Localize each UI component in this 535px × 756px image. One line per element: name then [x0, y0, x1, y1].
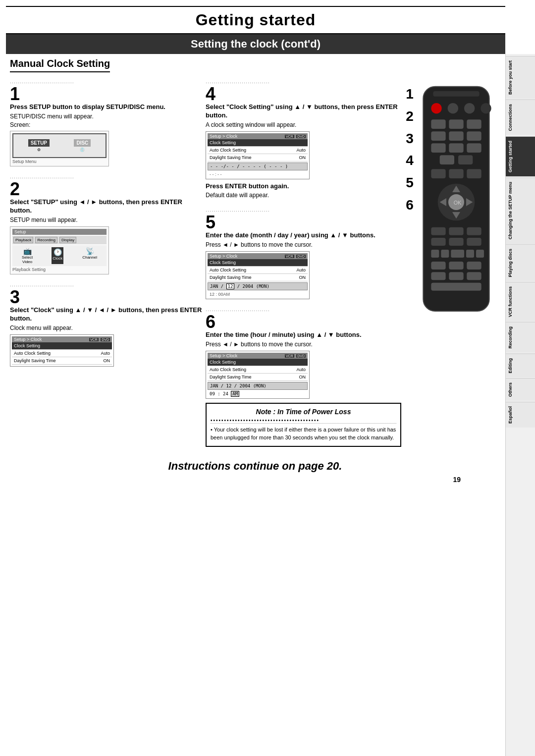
setup-icon-item: SETUP ⚙	[28, 139, 50, 152]
clock-screen4-header: Setup > Clock VCR DVD	[208, 133, 308, 139]
main-content: Manual Clock Setting ...................…	[6, 54, 505, 756]
sidebar-tab-changing: Changing the SETUP menu	[506, 177, 535, 243]
step3-description: Clock menu will appear.	[10, 324, 206, 332]
right-steps-col: ................................ 4 Selec…	[206, 78, 401, 454]
step2-description: SETUP menu will appear.	[10, 216, 206, 224]
sidebar-tab-playing: Playing discs	[506, 244, 535, 281]
remote-illustration: OK	[417, 83, 496, 315]
auto-clock-row6: Auto Clock SettingAuto	[208, 366, 308, 374]
step3-dots: ................................	[10, 281, 206, 287]
sidebar-num-6: 6	[406, 194, 414, 216]
dvd-tag: DVD	[101, 338, 110, 341]
step1-description: SETUP/DISC menu will appear.Screen:	[10, 112, 206, 129]
step5-description: Press ◄ / ► buttons to move the cursor.	[206, 241, 401, 249]
setup-menu-label: Setup Menu	[12, 159, 107, 164]
step-3-block: ................................ 3 Selec…	[10, 281, 206, 367]
note-dots: ••••••••••••••••••••••••••••••••••••••••	[211, 418, 396, 424]
sidebar-num-2: 2	[406, 106, 414, 128]
manual-clock-heading: Manual Clock Setting	[10, 58, 110, 72]
clock-screen5-header: Setup > Clock VCR DVD	[208, 253, 308, 259]
svg-rect-1	[433, 91, 479, 97]
note-title: Note : In Time of Power Loss	[211, 408, 396, 416]
sidebar-num-3: 3	[406, 128, 414, 150]
svg-rect-31	[449, 238, 463, 246]
right-sidebar: Before you start Connections Getting sta…	[505, 54, 535, 756]
sidebar-num-5: 5	[406, 172, 414, 194]
svg-point-2	[431, 103, 441, 113]
svg-rect-15	[439, 155, 454, 164]
clock-setting-row4: Clock Setting	[208, 139, 308, 147]
svg-point-4	[464, 103, 475, 113]
auto-clock-row: Auto Clock SettingAuto	[12, 350, 112, 357]
svg-rect-44	[431, 283, 481, 291]
clock-setting-row6: Clock Setting	[208, 359, 308, 366]
setup-disc-screen: SETUP ⚙ DISC 💿 Setup Menu	[10, 131, 109, 166]
svg-rect-7	[449, 119, 463, 129]
section-banner: Setting the clock (cont'd)	[6, 34, 505, 54]
time-display5: 12 : 00AM	[208, 291, 308, 297]
sidebar-tab-vcr: VCR functions	[506, 282, 535, 321]
svg-rect-40	[467, 262, 481, 270]
sidebar-tab-espanol: Español	[506, 402, 535, 428]
page-wrapper: Getting started Setting the clock (cont'…	[0, 0, 535, 756]
auto-clock-row4: Auto Clock SettingAuto	[208, 147, 308, 154]
svg-rect-12	[431, 143, 445, 153]
svg-rect-18	[449, 169, 463, 178]
sidebar-num-1: 1	[406, 83, 414, 106]
svg-rect-35	[451, 250, 464, 258]
clock-screen-4: Setup > Clock VCR DVD Clock Setting Au	[206, 131, 310, 179]
step4b-description: Default date will appear.	[206, 191, 401, 200]
svg-rect-11	[467, 131, 481, 141]
setup-screen-label: Playback Setting	[12, 267, 107, 272]
step5-dots: ................................	[206, 207, 401, 213]
step5-number: 5	[206, 214, 401, 231]
step4-number: 4	[206, 85, 401, 103]
step-2-block: ................................ 2 Selec…	[10, 173, 206, 274]
dst-row: Daylight Saving TimeON	[12, 357, 112, 365]
svg-rect-19	[467, 169, 481, 178]
clock-screen6-header: Setup > Clock VCR DVD	[208, 353, 308, 359]
svg-rect-28	[449, 227, 463, 235]
svg-rect-16	[458, 155, 473, 164]
step1-dots: ................................	[10, 78, 206, 84]
svg-rect-14	[467, 143, 481, 153]
step-1-block: ................................ 1 Press…	[10, 78, 206, 166]
step-5-block: ................................ 5 Enter…	[206, 207, 401, 299]
svg-rect-36	[466, 250, 474, 258]
svg-rect-30	[431, 238, 445, 246]
dst-row5: Daylight Saving TimeON	[208, 274, 308, 281]
step1-instruction: Press SETUP button to display SETUP/DISC…	[10, 103, 206, 111]
svg-text:OK: OK	[453, 200, 461, 206]
svg-rect-38	[431, 262, 445, 270]
step-6-block: ................................ 6 Enter…	[206, 306, 401, 447]
svg-rect-10	[449, 131, 463, 141]
sidebar-tab-others: Others	[506, 378, 535, 401]
svg-rect-9	[431, 131, 445, 141]
step4-dots: ................................	[206, 78, 401, 84]
svg-point-3	[447, 103, 458, 113]
step2-instruction: Select "SETUP" using ◄ / ► buttons, then…	[10, 198, 206, 215]
date-input-field: - - -/- - / - - - - ( - - - )	[208, 162, 308, 170]
time-display6: 09 : 24 AM	[208, 391, 308, 397]
svg-rect-29	[467, 227, 481, 235]
step3-instruction: Select "Clock" using ▲ / ▼ / ◄ / ► butto…	[10, 306, 206, 323]
svg-rect-6	[431, 119, 445, 129]
step2-number: 2	[10, 180, 206, 198]
svg-rect-27	[431, 227, 445, 235]
dst-row4: Daylight Saving TimeON	[208, 154, 308, 162]
svg-point-5	[481, 103, 491, 113]
svg-rect-39	[449, 262, 463, 270]
sidebar-tab-getting-started: Getting started	[506, 136, 535, 176]
svg-rect-33	[431, 250, 439, 258]
svg-rect-32	[467, 238, 481, 246]
step6-dots: ................................	[206, 306, 401, 312]
step6-number: 6	[206, 313, 401, 331]
date-input-full: JAN / 12 / 2004 (MON)	[208, 382, 308, 390]
step6-description: Press ◄ / ► buttons to move the cursor.	[206, 340, 401, 349]
svg-rect-43	[467, 272, 481, 280]
disc-icon-item: DISC 💿	[74, 139, 91, 152]
step6-instruction: Enter the time (hour / minute) using ▲ /…	[206, 331, 401, 339]
page-title-banner: Getting started	[6, 6, 505, 34]
clock-screen3-header: Setup > Clock VCR DVD	[12, 336, 112, 342]
dst-row6: Daylight Saving TimeON	[208, 374, 308, 381]
